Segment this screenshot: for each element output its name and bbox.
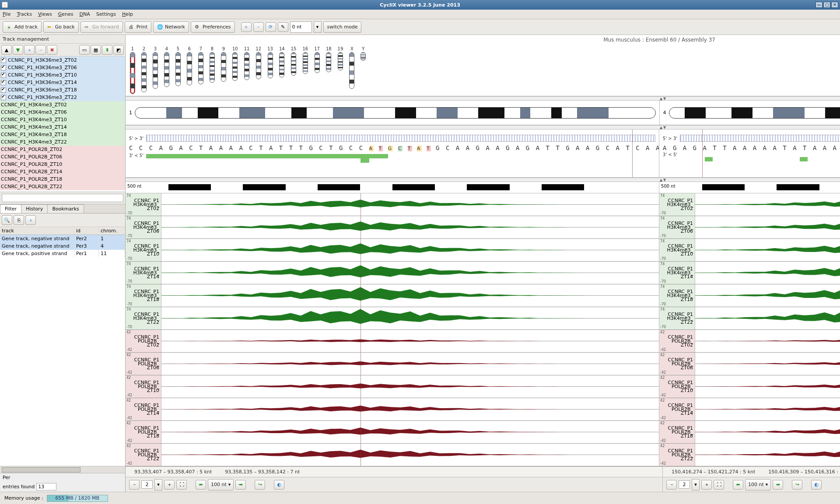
tm-up-icon[interactable]: ▲ <box>1 45 12 55</box>
track-row[interactable]: CCNRC_P1_H3K4me3_ZT22 <box>0 138 125 146</box>
karyo-chrom[interactable]: 8 <box>210 46 215 83</box>
entries-input[interactable] <box>36 483 56 490</box>
tm-remove-icon[interactable]: － <box>35 45 46 55</box>
signal-row[interactable]: 42-42CCNRC_P1POLR2B_ZT10 <box>659 375 840 398</box>
signal-row[interactable]: 74-70CCNRC_P1H3K4me3_ZT10 <box>126 239 659 262</box>
nav-next-icon[interactable]: ➡ <box>235 480 246 490</box>
filter-copy-icon[interactable]: ⎘ <box>14 215 24 225</box>
menu-dna[interactable]: DNA <box>80 11 90 17</box>
track-row[interactable]: CCNRC_P1_POLR2B_ZT18 <box>0 175 125 183</box>
col-track[interactable]: track <box>0 227 74 234</box>
checkbox-icon[interactable] <box>1 80 6 85</box>
results-hscroll[interactable] <box>0 466 125 473</box>
nav-plus-icon[interactable]: ＋ <box>164 480 175 490</box>
karyo-chrom[interactable]: 15 <box>291 46 297 76</box>
tm-opt1-icon[interactable]: ▭ <box>79 45 90 55</box>
zoom-out-icon[interactable]: － <box>253 22 264 32</box>
result-row[interactable]: Gene track, positive strandPer111 <box>0 250 125 257</box>
signal-row[interactable]: 42-42CCNRC_P1POLR2B_ZT14 <box>659 398 840 421</box>
scale-right[interactable]: 500 nt <box>659 182 840 193</box>
add-track-button[interactable]: ＋Add track <box>3 21 42 33</box>
signal-row[interactable]: 42-42CCNRC_P1POLR2B_ZT18 <box>126 421 659 444</box>
edit-icon[interactable]: ✎ <box>278 22 288 32</box>
nav2-next-icon[interactable]: ➡ <box>773 480 783 490</box>
karyo-chrom[interactable]: 16 <box>302 46 308 74</box>
karyo-chrom[interactable]: 9 <box>221 46 226 82</box>
nav-prev-icon[interactable]: ⬅ <box>196 480 206 490</box>
nav-jump-icon[interactable]: ↪ <box>255 480 265 490</box>
signal-row[interactable]: 74-70CCNRC_P1H3K4me3_ZT06 <box>659 216 840 239</box>
track-row[interactable]: CCNRC_P1_H3K4me3_ZT02 <box>0 101 125 108</box>
track-row[interactable]: CCNRC_P1_H3K36me3_ZT18 <box>0 86 125 94</box>
menu-tracks[interactable]: Tracks <box>17 11 32 17</box>
track-row[interactable]: CCNRC_P1_H3K4me3_ZT10 <box>0 116 125 123</box>
nt-input[interactable] <box>290 21 312 33</box>
checkbox-icon[interactable] <box>1 65 6 70</box>
nav-page-dd[interactable]: ▾ <box>154 479 162 490</box>
track-row[interactable]: CCNRC_P1_H3K36me3_ZT10 <box>0 71 125 79</box>
nav-minus-icon[interactable]: － <box>129 480 140 490</box>
switch-mode-button[interactable]: switch mode <box>323 21 362 33</box>
karyo-chrom[interactable]: 5 <box>175 46 181 86</box>
tm-opt2-icon[interactable]: ▦ <box>91 45 101 55</box>
tm-down-icon[interactable]: ▼ <box>13 45 23 55</box>
karyo-chrom[interactable]: 13 <box>267 46 273 78</box>
preferences-button[interactable]: ⚙Preferences <box>191 21 235 33</box>
zoom-in-icon[interactable]: ＋ <box>241 22 252 32</box>
nav-globe-icon[interactable]: ◐ <box>274 480 284 490</box>
track-row[interactable]: CCNRC_P1_H3K4me3_ZT14 <box>0 123 125 131</box>
nav-fit-icon[interactable]: ⛶ <box>176 480 187 490</box>
karyo-chrom[interactable]: 12 <box>256 46 261 79</box>
signal-row[interactable]: 42-42CCNRC_P1POLR2B_ZT22 <box>126 444 659 466</box>
nav2-page-input[interactable] <box>679 480 690 489</box>
signal-row[interactable]: 42-42CCNRC_P1POLR2B_ZT22 <box>659 444 840 466</box>
go-back-button[interactable]: ⬅Go back <box>43 21 79 33</box>
signal-row[interactable]: 42-42CCNRC_P1POLR2B_ZT14 <box>126 398 659 421</box>
nav-page-input[interactable] <box>141 480 153 489</box>
karyo-chrom[interactable]: 7 <box>198 46 203 84</box>
track-row[interactable]: CCNRC_P1_H3K36me3_ZT14 <box>0 79 125 86</box>
track-row[interactable]: CCNRC_P1_H3K4me3_ZT18 <box>0 131 125 138</box>
nav2-minus-icon[interactable]: － <box>666 480 677 490</box>
tm-opt4-icon[interactable]: ◩ <box>113 45 124 55</box>
seq-pane-left[interactable]: 5' > 3' C C C A G A C T A A A A C T A T … <box>126 130 659 177</box>
signal-row[interactable]: 74-70CCNRC_P1H3K4me3_ZT10 <box>659 239 840 262</box>
nav2-zoom-select[interactable]: 100 nt ▾ <box>745 479 771 490</box>
nav2-prev-icon[interactable]: ⬅ <box>733 480 743 490</box>
signal-row[interactable]: 42-42CCNRC_P1POLR2B_ZT06 <box>659 353 840 375</box>
menu-file[interactable]: File <box>3 11 10 17</box>
karyo-chrom[interactable]: 10 <box>232 46 238 81</box>
signal-row[interactable]: 42-42CCNRC_P1POLR2B_ZT10 <box>126 375 659 398</box>
karyo-chrom[interactable]: 17 <box>314 46 320 73</box>
track-row[interactable]: CCNRC_P1_H3K36me3_ZT22 <box>0 94 125 101</box>
signal-row[interactable]: 74-70CCNRC_P1H3K4me3_ZT18 <box>659 284 840 307</box>
track-row[interactable]: CCNRC_P1_H3K36me3_ZT02 <box>0 56 125 64</box>
karyo-chrom[interactable]: Y <box>360 46 366 61</box>
seq-pane-right[interactable]: 5' > 3' A G A G A T T A A A A A T A T A … <box>659 130 840 177</box>
karyo-chrom[interactable]: 19 <box>338 46 343 70</box>
karyotype[interactable]: 12345678910111213141516171819XY <box>126 45 840 96</box>
track-row[interactable]: CCNRC_P1_H3K36me3_ZT06 <box>0 64 125 71</box>
nav2-page-dd[interactable]: ▾ <box>692 479 700 490</box>
scale-left[interactable]: 500 nt <box>126 182 659 193</box>
track-row[interactable]: CCNRC_P1_POLR2B_ZT14 <box>0 168 125 175</box>
signal-row[interactable]: 42-42CCNRC_P1POLR2B_ZT18 <box>659 421 840 444</box>
menu-views[interactable]: Views <box>38 11 52 17</box>
signal-row[interactable]: 74-70CCNRC_P1H3K4me3_ZT06 <box>126 216 659 239</box>
nav2-jump-icon[interactable]: ↪ <box>792 480 802 490</box>
signal-row[interactable]: 74-70CCNRC_P1H3K4me3_ZT02 <box>659 193 840 216</box>
signal-row[interactable]: 42-42CCNRC_P1POLR2B_ZT06 <box>126 353 659 375</box>
tm-add-icon[interactable]: ＋ <box>24 45 35 55</box>
karyo-chrom[interactable]: 4 <box>164 46 169 87</box>
checkbox-icon[interactable] <box>1 95 6 100</box>
nav2-globe-icon[interactable]: ◐ <box>811 480 822 490</box>
network-button[interactable]: 🌐Network <box>153 21 189 33</box>
col-id[interactable]: id <box>74 227 99 234</box>
result-row[interactable]: Gene track, negative strandPer21 <box>0 235 125 242</box>
maximize-button[interactable]: ▢ <box>823 2 830 8</box>
splitter-1[interactable]: ▲▼ <box>126 96 840 101</box>
print-button[interactable]: 🖨Print <box>125 21 151 33</box>
track-search-input[interactable] <box>2 194 123 202</box>
nav2-fit-icon[interactable]: ⛶ <box>714 480 724 490</box>
splitter-3[interactable]: ▲▼ <box>126 178 840 182</box>
